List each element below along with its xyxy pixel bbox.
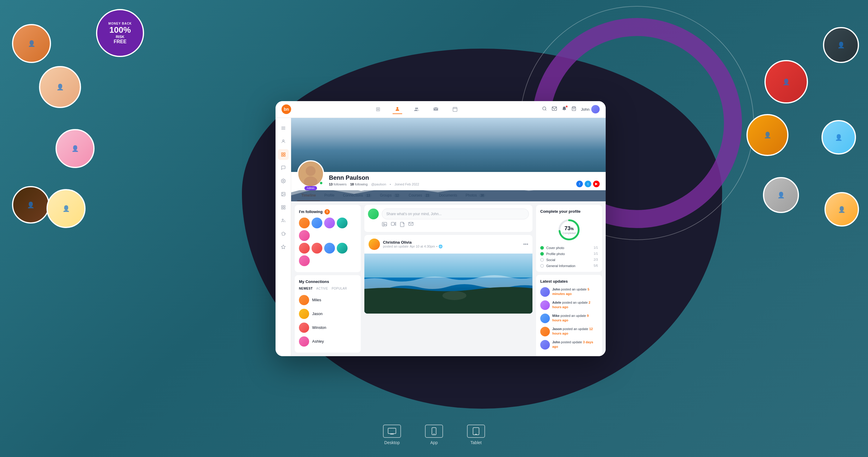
update-text-adele: Adele posted an update 2 hours ago [552, 300, 598, 310]
sidebar-dashboard-icon[interactable] [278, 149, 289, 160]
face-3: 👤 [57, 130, 93, 167]
composer-email-icon[interactable] [408, 222, 413, 228]
svg-rect-23 [284, 205, 285, 207]
svg-rect-24 [282, 208, 283, 209]
app-logo[interactable]: bn [282, 104, 291, 114]
nav-right: John [542, 105, 600, 113]
post-composer: Share what's on your mind, John... [364, 205, 532, 232]
conn-name-winston: Winston [312, 325, 326, 330]
update-action-mike: posted an update [561, 314, 587, 318]
update-text-john: John posted an update 5 minutes ago [552, 287, 598, 296]
update-text-john2: John posted update 3 days ago [552, 340, 598, 349]
completion-items: Cover photo 1/1 Profile photo 1/1 [540, 246, 598, 268]
post-globe-icon: 🌐 [438, 244, 443, 249]
conn-avatar-jason[interactable] [299, 309, 309, 319]
sidebar-badge-icon[interactable] [278, 228, 289, 239]
sidebar-people-icon[interactable] [278, 215, 289, 226]
nav-message-icon[interactable] [431, 104, 441, 114]
update-john-2: John posted update 3 days ago [540, 340, 598, 350]
profile-joined-date: Joined Feb 2022 [394, 183, 419, 186]
bottom-tablet[interactable]: Tablet [467, 425, 485, 445]
check-dot-social [540, 258, 544, 262]
completion-count-general: 5/6 [594, 264, 598, 267]
nav-people-icon[interactable] [412, 104, 422, 114]
post-more-button[interactable]: ••• [523, 241, 528, 247]
avatar-person-10: 👤 [763, 177, 799, 213]
progress-ring: 73% Completed [557, 218, 581, 242]
bottom-app[interactable]: App [425, 425, 443, 445]
conn-tab-popular[interactable]: POPULAR [332, 287, 347, 290]
updates-title: Latest updates [540, 279, 598, 284]
cart-icon[interactable] [571, 106, 576, 113]
following-total-count: 9 [324, 209, 330, 215]
conn-avatar-miles[interactable] [299, 295, 309, 305]
badge-percent: 100% [109, 25, 131, 35]
update-name-john2: John [552, 340, 560, 344]
nav-home-icon[interactable]: ⊞ [373, 104, 383, 114]
conn-tab-newest[interactable]: NEWEST [299, 287, 313, 290]
svg-point-0 [397, 107, 398, 109]
update-name-jason: Jason [552, 327, 562, 331]
post-author: Christina Olivia posted an update Apr 10… [369, 238, 443, 250]
following-avatar-3[interactable] [324, 218, 335, 228]
sidebar-star-icon[interactable] [278, 241, 289, 252]
avatar-person-3: 👤 [56, 129, 95, 168]
bottom-desktop[interactable]: Desktop [383, 425, 401, 445]
conn-tab-active[interactable]: ACTIVE [316, 287, 328, 290]
sidebar [276, 118, 291, 356]
composer-photo-icon[interactable] [382, 222, 387, 228]
completion-label-photo: Profile photo [546, 252, 565, 256]
bottom-device-bar: Desktop App Tablet [383, 425, 485, 445]
search-icon[interactable] [542, 106, 547, 112]
email-nav-icon[interactable] [552, 106, 557, 112]
composer-actions [368, 222, 529, 228]
nav-user[interactable]: John [581, 105, 600, 113]
connection-ashley: Ashley [299, 334, 356, 348]
nav-calendar-icon[interactable] [450, 104, 460, 114]
facebook-icon[interactable]: f [576, 181, 583, 187]
composer-video-icon[interactable] [391, 222, 396, 228]
conn-avatar-winston[interactable] [299, 323, 309, 333]
post-date: Apr 10 at 4:30pm [410, 244, 435, 248]
notification-icon[interactable] [562, 106, 567, 113]
composer-file-icon[interactable] [400, 222, 405, 228]
following-avatars-row1 [299, 218, 356, 241]
connections-card: My Connections NEWEST ACTIVE POPULAR Mil… [295, 275, 361, 353]
youtube-icon[interactable]: ▶ [593, 181, 600, 187]
sidebar-settings-icon[interactable] [278, 175, 289, 186]
post-author-avatar [369, 238, 380, 250]
following-avatar-8[interactable] [324, 243, 335, 254]
following-avatar-10[interactable] [299, 255, 310, 266]
sidebar-grid-icon[interactable] [278, 202, 289, 213]
sidebar-expand-icon[interactable] [278, 123, 289, 133]
completion-item-social: Social 2/3 [540, 258, 598, 262]
following-avatar-7[interactable] [312, 243, 322, 254]
sidebar-gallery-icon[interactable] [278, 189, 289, 200]
avatar-person-1: 👤 [12, 24, 51, 63]
nav-profile-icon[interactable] [393, 104, 402, 114]
update-avatar-john2 [540, 340, 550, 350]
main-layout: Admin Benn Paulson 13 followers 18 follo… [276, 118, 606, 356]
notification-badge [565, 105, 568, 108]
svg-line-8 [545, 109, 546, 110]
right-column: Complete your profile [536, 205, 602, 356]
conn-avatar-ashley[interactable] [299, 336, 309, 347]
following-avatar-4[interactable] [337, 218, 347, 228]
online-status-dot [319, 181, 323, 185]
following-avatar-9[interactable] [337, 243, 347, 254]
update-action-jason: posted an update [563, 327, 589, 331]
sidebar-message-icon[interactable] [278, 162, 289, 173]
twitter-icon[interactable]: t [585, 181, 591, 187]
following-header: I'm following 9 [299, 209, 356, 215]
following-avatar-1[interactable] [299, 218, 310, 228]
avatar-person-4: 👤 [12, 186, 50, 224]
composer-placeholder[interactable]: Share what's on your mind, John... [382, 208, 529, 219]
update-john-1: John posted an update 5 minutes ago [540, 287, 598, 297]
following-avatar-2[interactable] [312, 218, 322, 228]
profile-avatar-wrapper: Admin [297, 160, 324, 187]
svg-rect-44 [388, 428, 396, 434]
left-column: I'm following 9 [295, 205, 361, 356]
following-avatar-5[interactable] [299, 230, 310, 241]
following-avatar-6[interactable] [299, 243, 310, 254]
sidebar-profile-icon[interactable] [278, 136, 289, 147]
